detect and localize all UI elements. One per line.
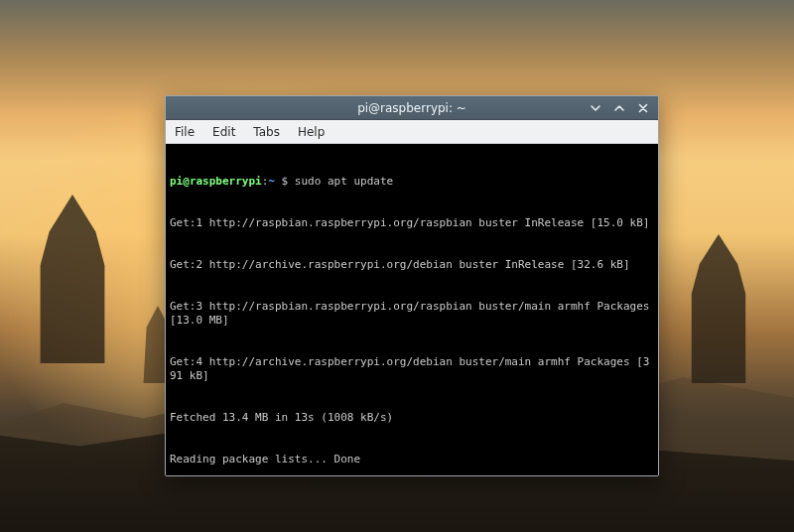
command-text: sudo apt update — [295, 175, 393, 188]
close-button[interactable] — [632, 99, 654, 117]
menu-edit[interactable]: Edit — [203, 120, 244, 143]
terminal-line: Get:3 http://raspbian.raspberrypi.org/ra… — [170, 300, 654, 328]
prompt-host: raspberrypi — [190, 175, 262, 188]
window-titlebar[interactable]: pi@raspberrypi: ~ — [166, 96, 658, 120]
prompt-user: pi — [170, 175, 183, 188]
chevron-down-icon — [590, 102, 601, 114]
wallpaper-temple — [679, 234, 758, 383]
window-controls — [585, 96, 654, 119]
wallpaper-temple — [28, 195, 117, 363]
prompt-symbol: $ — [275, 175, 295, 188]
minimize-button[interactable] — [585, 99, 606, 117]
terminal-window: pi@raspberrypi: ~ File Edit Tabs Help pi… — [165, 95, 659, 476]
terminal-line: Fetched 13.4 MB in 13s (1008 kB/s) — [170, 411, 654, 425]
menu-tabs[interactable]: Tabs — [244, 120, 289, 143]
terminal-viewport[interactable]: pi@raspberrypi:~ $ sudo apt update Get:1… — [166, 144, 658, 475]
terminal-line: Reading package lists... Done — [170, 453, 654, 466]
prompt-at: @ — [183, 175, 190, 188]
chevron-up-icon — [613, 102, 625, 114]
menu-file[interactable]: File — [166, 120, 203, 143]
close-icon — [637, 102, 649, 114]
menu-help[interactable]: Help — [289, 120, 333, 143]
terminal-line: Get:1 http://raspbian.raspberrypi.org/ra… — [170, 216, 654, 230]
terminal-line: Get:4 http://archive.raspberrypi.org/deb… — [170, 355, 654, 383]
terminal-line: Get:2 http://archive.raspberrypi.org/deb… — [170, 258, 654, 272]
menubar: File Edit Tabs Help — [166, 120, 658, 144]
terminal-line: pi@raspberrypi:~ $ sudo apt update — [170, 175, 654, 189]
maximize-button[interactable] — [608, 99, 630, 117]
desktop-wallpaper: pi@raspberrypi: ~ File Edit Tabs Help pi… — [0, 0, 794, 532]
prompt-path: ~ — [268, 175, 275, 188]
